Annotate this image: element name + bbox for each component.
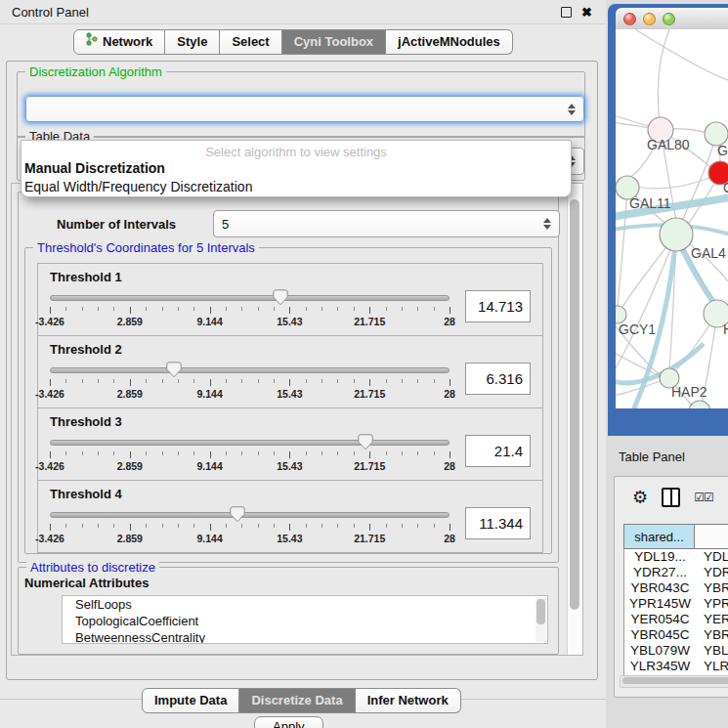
slider-tick-labels: -3.4262.8599.14415.4321.71528 <box>50 532 450 544</box>
cell-shared-name[interactable]: YER054C <box>624 612 696 627</box>
threshold-value-field[interactable]: 21.4 <box>465 435 531 467</box>
table-panel-toolbar: ⚙ ☑☑ <box>615 477 728 518</box>
tab-label: jActiveMNodules <box>398 30 500 54</box>
threshold-slider[interactable]: -3.4262.8599.14415.4321.71528 <box>50 289 450 327</box>
table-row[interactable]: YDR27...YDR2 <box>624 565 728 580</box>
table-header-row: shared... n <box>623 524 728 549</box>
cell-shared-name[interactable]: YDL19... <box>624 549 696 565</box>
cell-name[interactable]: YBL0 <box>696 643 728 659</box>
cell-name[interactable]: YBR0 <box>696 580 728 596</box>
threshold-slider[interactable]: -3.4262.8599.14415.4321.71528 <box>50 434 450 472</box>
algorithm-group-title: Discretization Algorithm <box>25 64 166 79</box>
cell-shared-name[interactable]: YDR27... <box>624 565 696 580</box>
gear-icon[interactable]: ⚙ <box>632 489 648 506</box>
network-edge[interactable] <box>635 173 720 189</box>
slider-ticks <box>50 451 450 459</box>
threshold-value-field[interactable]: 11.344 <box>465 507 531 539</box>
table-row[interactable]: YBL079WYBL0 <box>624 643 728 659</box>
attributes-group: Attributes to discretize Numerical Attri… <box>18 567 559 655</box>
table-horizontal-scrollbar[interactable] <box>620 675 728 688</box>
table-row[interactable]: YDL19...YDL1 <box>624 549 728 565</box>
network-edge[interactable] <box>635 29 728 80</box>
bottom-tab-bar: Impute DataDiscretize DataInfer Network <box>142 688 461 713</box>
network-window-titlebar[interactable] <box>616 8 728 30</box>
network-node-label: GA <box>717 143 728 158</box>
cell-name[interactable]: YDR2 <box>696 565 728 580</box>
cell-shared-name[interactable]: YLR345W <box>624 659 696 674</box>
slider-track[interactable] <box>50 367 450 373</box>
thresholds-group: Threshold's Coordinates for 5 Intervals … <box>24 247 552 554</box>
apply-button[interactable]: Apply <box>254 716 323 728</box>
close-icon[interactable]: ✖ <box>581 6 592 19</box>
threshold-slider[interactable]: -3.4262.8599.14415.4321.71528 <box>50 506 450 544</box>
attributes-scrollbar[interactable] <box>535 597 546 642</box>
algorithm-group: Discretization Algorithm <box>17 71 585 138</box>
slider-track[interactable] <box>50 440 450 446</box>
algorithm-combobox[interactable] <box>25 96 584 122</box>
tab-discretize-data[interactable]: Discretize Data <box>239 688 355 713</box>
mac-zoom-icon[interactable] <box>663 13 675 25</box>
algorithm-dropdown-list[interactable]: Select algorithm to view settings Manual… <box>21 140 572 197</box>
select-columns-icon[interactable]: ☑☑ <box>694 491 713 504</box>
cell-name[interactable]: YER0 <box>696 612 728 627</box>
slider-tick-labels: -3.4262.8599.14415.4321.71528 <box>50 315 450 327</box>
tab-infer-network[interactable]: Infer Network <box>356 688 461 713</box>
tab-style[interactable]: Style <box>165 29 220 55</box>
slider-tick-labels: -3.4262.8599.14415.4321.71528 <box>50 387 450 400</box>
threshold-value-field[interactable]: 6.316 <box>465 363 531 395</box>
settings-vertical-scrollbar[interactable] <box>567 184 582 655</box>
threshold-panel-threshold-1: Threshold 1-3.4262.8599.14415.4321.71528… <box>37 263 543 336</box>
threshold-value-field[interactable]: 14.713 <box>465 290 531 322</box>
tab-label: Infer Network <box>367 689 449 712</box>
table-row[interactable]: YLR345WYLR3 <box>624 659 728 674</box>
network-edge[interactable] <box>618 188 627 307</box>
network-node[interactable] <box>689 401 710 408</box>
scrollbar-thumb[interactable] <box>570 199 579 610</box>
attribute-item-topologicalcoefficient[interactable]: TopologicalCoefficient <box>63 613 547 629</box>
tab-network[interactable]: Network <box>73 29 165 55</box>
control-panel: Control Panel ✖ NetworkStyleSelectCyni T… <box>0 0 606 728</box>
threshold-panel-threshold-3: Threshold 3-3.4262.8599.14415.4321.71528… <box>37 407 543 481</box>
mac-close-icon[interactable] <box>623 13 636 25</box>
cell-shared-name[interactable]: YPR145W <box>624 596 696 612</box>
cell-name[interactable]: YBR0 <box>696 627 728 643</box>
column-header-shared-name[interactable]: shared... <box>623 524 695 549</box>
column-header-name[interactable]: n <box>695 524 728 549</box>
tab-select[interactable]: Select <box>220 29 281 55</box>
threshold-panel-threshold-2: Threshold 2-3.4262.8599.14415.4321.71528… <box>37 335 543 408</box>
tab-impute-data[interactable]: Impute Data <box>142 688 239 713</box>
attribute-item-betweennesscentrality[interactable]: BetweennessCentrality <box>63 629 547 644</box>
float-window-icon[interactable] <box>561 7 572 18</box>
dropdown-option-manual-discretization[interactable]: Manual Discretization <box>21 159 571 178</box>
table-panel-title: Table Panel <box>619 450 685 464</box>
cell-shared-name[interactable]: YBL079W <box>624 643 696 659</box>
tab-cyni-toolbox[interactable]: Cyni Toolbox <box>282 29 386 55</box>
scrollbar-thumb[interactable] <box>622 677 728 684</box>
network-node[interactable] <box>660 218 693 251</box>
table-row[interactable]: YBR045CYBR0 <box>624 627 728 643</box>
network-node-label: C <box>723 180 728 195</box>
threshold-label: Threshold 1 <box>50 270 531 284</box>
numerical-attributes-list[interactable]: SelfLoopsTopologicalCoefficientBetweenne… <box>62 595 548 644</box>
table-row[interactable]: YPR145WYPR1 <box>624 596 728 612</box>
cell-shared-name[interactable]: YBR043C <box>624 580 696 596</box>
network-canvas[interactable]: GAL80GACGAL11GAL4GCY1HHAP2 <box>616 29 728 408</box>
slider-track[interactable] <box>50 295 450 301</box>
dropdown-option-equal-width-frequency-discretization[interactable]: Equal Width/Frequency Discretization <box>21 178 571 196</box>
threshold-slider[interactable]: -3.4262.8599.14415.4321.71528 <box>50 362 450 400</box>
number-of-intervals-combobox[interactable]: 5 <box>213 210 560 237</box>
cell-name[interactable]: YPR1 <box>696 596 728 612</box>
mac-minimize-icon[interactable] <box>643 13 656 25</box>
slider-track[interactable] <box>50 512 450 518</box>
tab-label: Discretize Data <box>251 689 342 712</box>
table-row[interactable]: YBR043CYBR0 <box>624 580 728 596</box>
cell-name[interactable]: YLR3 <box>696 659 728 674</box>
attribute-item-selfloops[interactable]: SelfLoops <box>63 596 547 613</box>
table-row[interactable]: YER054CYER0 <box>624 612 728 627</box>
network-edge[interactable] <box>669 322 711 378</box>
cell-name[interactable]: YDL1 <box>696 549 728 565</box>
cell-shared-name[interactable]: YBR045C <box>624 627 696 643</box>
table-panel: ⚙ ☑☑ shared... n YDL19...YDL1YDR27...YDR… <box>614 476 728 698</box>
split-columns-icon[interactable] <box>662 488 680 507</box>
tab-jactivemnodules[interactable]: jActiveMNodules <box>386 29 513 55</box>
